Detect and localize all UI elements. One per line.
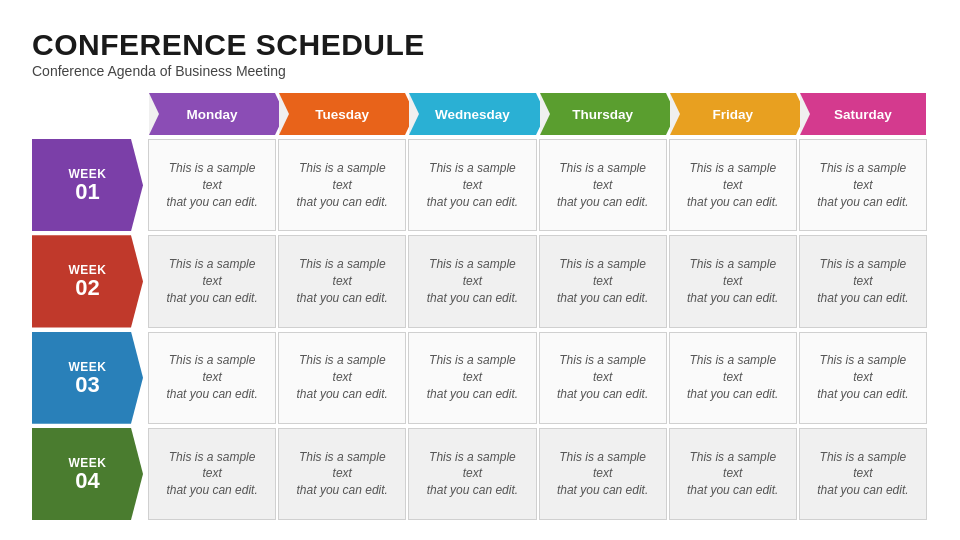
cell-week01-monday[interactable]: This is a sample textthat you can edit. bbox=[148, 139, 276, 231]
schedule-table: MondayTuesdayWednesdayThursdayFridaySatu… bbox=[32, 93, 928, 520]
day-header-wednesday: Wednesday bbox=[409, 93, 535, 135]
header-row: MondayTuesdayWednesdayThursdayFridaySatu… bbox=[32, 93, 928, 135]
week-label-03: Week03 bbox=[32, 332, 143, 424]
week-row-02: Week02This is a sample textthat you can … bbox=[32, 235, 928, 327]
cell-week04-thursday[interactable]: This is a sample textthat you can edit. bbox=[539, 428, 667, 520]
cell-week02-thursday[interactable]: This is a sample textthat you can edit. bbox=[539, 235, 667, 327]
day-header-monday: Monday bbox=[149, 93, 275, 135]
cell-week01-thursday[interactable]: This is a sample textthat you can edit. bbox=[539, 139, 667, 231]
page-subtitle: Conference Agenda of Business Meeting bbox=[32, 63, 928, 79]
cell-week03-thursday[interactable]: This is a sample textthat you can edit. bbox=[539, 332, 667, 424]
week-row-01: Week01This is a sample textthat you can … bbox=[32, 139, 928, 231]
weeks-container: Week01This is a sample textthat you can … bbox=[32, 139, 928, 520]
week-row-03: Week03This is a sample textthat you can … bbox=[32, 332, 928, 424]
day-header-friday: Friday bbox=[670, 93, 796, 135]
week-label-04: Week04 bbox=[32, 428, 143, 520]
week-label-01: Week01 bbox=[32, 139, 143, 231]
cell-week02-wednesday[interactable]: This is a sample textthat you can edit. bbox=[408, 235, 536, 327]
cell-week02-monday[interactable]: This is a sample textthat you can edit. bbox=[148, 235, 276, 327]
cell-week04-friday[interactable]: This is a sample textthat you can edit. bbox=[669, 428, 797, 520]
cell-week03-friday[interactable]: This is a sample textthat you can edit. bbox=[669, 332, 797, 424]
cell-week04-saturday[interactable]: This is a sample textthat you can edit. bbox=[799, 428, 927, 520]
cell-week04-monday[interactable]: This is a sample textthat you can edit. bbox=[148, 428, 276, 520]
day-header-thursday: Thursday bbox=[540, 93, 666, 135]
cell-week03-monday[interactable]: This is a sample textthat you can edit. bbox=[148, 332, 276, 424]
week-row-04: Week04This is a sample textthat you can … bbox=[32, 428, 928, 520]
cell-week04-tuesday[interactable]: This is a sample textthat you can edit. bbox=[278, 428, 406, 520]
cell-week04-wednesday[interactable]: This is a sample textthat you can edit. bbox=[408, 428, 536, 520]
cell-week02-tuesday[interactable]: This is a sample textthat you can edit. bbox=[278, 235, 406, 327]
cell-week02-friday[interactable]: This is a sample textthat you can edit. bbox=[669, 235, 797, 327]
cell-week03-saturday[interactable]: This is a sample textthat you can edit. bbox=[799, 332, 927, 424]
week-label-02: Week02 bbox=[32, 235, 143, 327]
day-header-tuesday: Tuesday bbox=[279, 93, 405, 135]
cell-week03-tuesday[interactable]: This is a sample textthat you can edit. bbox=[278, 332, 406, 424]
cell-week03-wednesday[interactable]: This is a sample textthat you can edit. bbox=[408, 332, 536, 424]
slide: CONFERENCE SCHEDULE Conference Agenda of… bbox=[0, 0, 960, 540]
cell-week01-wednesday[interactable]: This is a sample textthat you can edit. bbox=[408, 139, 536, 231]
cell-week01-saturday[interactable]: This is a sample textthat you can edit. bbox=[799, 139, 927, 231]
page-title: CONFERENCE SCHEDULE bbox=[32, 28, 928, 61]
cell-week01-tuesday[interactable]: This is a sample textthat you can edit. bbox=[278, 139, 406, 231]
day-header-saturday: Saturday bbox=[800, 93, 926, 135]
cell-week01-friday[interactable]: This is a sample textthat you can edit. bbox=[669, 139, 797, 231]
cell-week02-saturday[interactable]: This is a sample textthat you can edit. bbox=[799, 235, 927, 327]
